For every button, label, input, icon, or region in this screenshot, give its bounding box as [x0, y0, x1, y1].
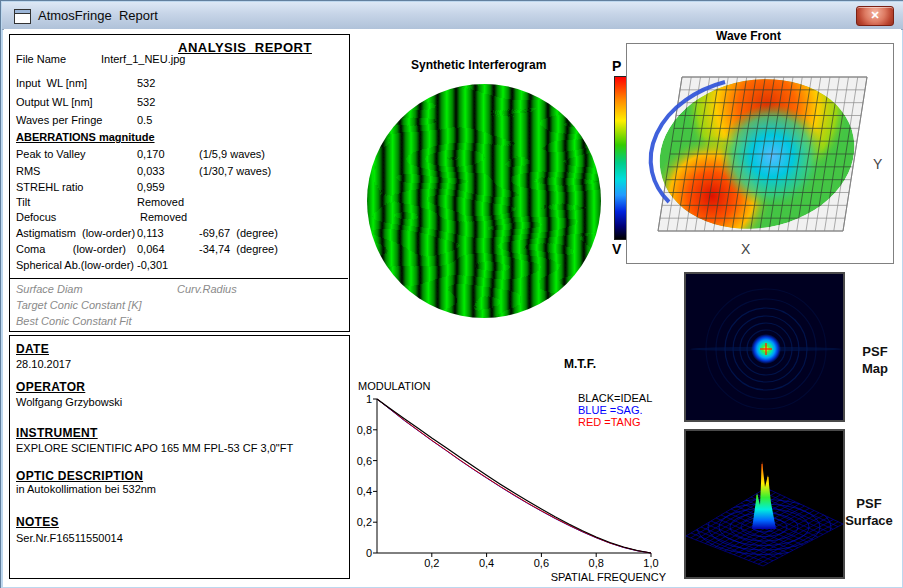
legend-tang: RED =TANG [578, 416, 640, 428]
psf-surface-label-line2: Surface [836, 512, 902, 529]
y-tick: 0,8 [357, 424, 372, 436]
row-label: Tilt [16, 196, 30, 208]
aberration-row: RMS 0,033 (1/30,7 waves) [10, 165, 349, 180]
aberration-row: Astigmatism (low-order) 0,113 -69,67 (de… [10, 227, 349, 242]
conic-best-fit: Best Conic Constant Fit [16, 315, 132, 327]
aberration-row: Defocus Removed [10, 211, 349, 226]
mtf-chart: M.T.F. MODULATION 1 0,8 0,6 0,4 0,2 0 0,… [356, 351, 678, 587]
psf-map-image [686, 274, 843, 420]
psf-map-label-line1: PSF [850, 343, 900, 360]
aberrations-heading: ABERRATIONS magnitude [16, 131, 155, 143]
wavefront-title: Wave Front [716, 29, 781, 43]
optic-description-heading: OPTIC DESCRIPTION [16, 469, 143, 483]
report-row: Waves per Fringe 0.5 [10, 114, 349, 129]
conic-target-constant: Target Conic Constant [K] [16, 299, 142, 311]
mtf-x-tick-labels: 0,2 0,4 0,6 0,8 1,0 [424, 557, 658, 569]
instrument-heading: INSTRUMENT [16, 426, 98, 440]
optic-description-value: in Autokollimation bei 532nm [16, 483, 156, 495]
psf-surface-label: PSF Surface [836, 495, 902, 529]
row-value: Removed [137, 196, 184, 208]
panel-divider [9, 278, 348, 279]
app-window: AtmosFringe Report ✕ ANALYSIS REPORT Fil… [0, 0, 903, 588]
colorbar-valley-label: V [612, 241, 621, 257]
y-tick: 0,4 [357, 485, 372, 497]
aberration-row: Spherical Ab.(low-order) -0,301 [10, 259, 349, 274]
row-extra: (1/5,9 waves) [199, 148, 265, 160]
report-row: File Name Interf_1_NEU.jpg [10, 53, 349, 68]
wavefront-surface-plot: X Y [627, 44, 891, 261]
row-label: Waves per Fringe [16, 114, 102, 126]
row-value: -0,301 [137, 259, 168, 271]
report-row: Input WL [nm] 532 [10, 77, 349, 92]
psf-map-label-line2: Map [850, 360, 900, 377]
close-icon: ✕ [870, 9, 879, 21]
row-value: 0,959 [137, 181, 165, 193]
row-label: Astigmatism (low-order) [16, 227, 135, 239]
row-extra: -69,67 (degree) [199, 227, 278, 239]
wavefront-x-axis-label: X [741, 241, 751, 257]
mtf-y-axis-label: MODULATION [358, 380, 431, 392]
row-extra: -34,74 (degree) [199, 243, 278, 255]
notes-value: Ser.Nr.F16511550014 [16, 532, 123, 544]
row-value: 532 [137, 77, 155, 89]
report-canvas: ANALYSIS REPORT File Name Interf_1_NEU.j… [4, 29, 901, 586]
window-icon-bar [15, 10, 30, 14]
row-label: STREHL ratio [16, 181, 83, 193]
wavefront-plot-frame: X Y [626, 43, 894, 264]
x-tick: 0,2 [424, 557, 439, 569]
x-tick: 0,6 [534, 557, 549, 569]
window-icon [14, 9, 31, 24]
colorbar-peak-label: P [612, 58, 621, 74]
conic-surface-diam: Surface Diam [16, 283, 83, 295]
aberration-row: Coma (low-order) 0,064 -34,74 (degree) [10, 243, 349, 258]
row-value: 0,033 [137, 165, 165, 177]
row-label: File Name [16, 53, 66, 65]
row-label: Spherical Ab.(low-order) [16, 259, 134, 271]
y-tick: 0,6 [357, 455, 372, 467]
psf-surface-frame [684, 429, 845, 579]
row-value: 532 [137, 96, 155, 108]
aberration-row: STREHL ratio 0,959 [10, 181, 349, 196]
y-tick: 0 [366, 547, 372, 559]
y-tick: 1 [366, 393, 372, 405]
x-tick: 0,8 [589, 557, 604, 569]
notes-heading: NOTES [16, 515, 59, 529]
row-value: Removed [137, 211, 187, 223]
interferogram-title: Synthetic Interferogram [411, 58, 546, 72]
window-title: AtmosFringe Report [38, 8, 158, 23]
y-tick: 0,2 [357, 516, 372, 528]
row-extra: (1/30,7 waves) [199, 165, 271, 177]
row-label: Input WL [nm] [16, 77, 87, 89]
aberration-row: Tilt Removed [10, 196, 349, 211]
close-button[interactable]: ✕ [856, 6, 894, 26]
row-value: Interf_1_NEU.jpg [101, 53, 185, 65]
operator-heading: OPERATOR [16, 380, 85, 394]
conic-curv-radius: Curv.Radius [177, 283, 237, 295]
row-value: 0,170 [137, 148, 165, 160]
row-label: Defocus [16, 211, 56, 223]
psf-map-label: PSF Map [850, 343, 900, 377]
row-value: 0.5 [137, 114, 152, 126]
row-label: Coma (low-order) [16, 243, 126, 255]
title-bar[interactable]: AtmosFringe Report ✕ [2, 2, 903, 30]
date-heading: DATE [16, 342, 49, 356]
mtf-title: M.T.F. [564, 357, 596, 371]
mtf-x-axis-label: SPATIAL FREQUENCY [551, 571, 667, 583]
psf-surface-label-line1: PSF [836, 495, 902, 512]
info-panel: DATE 28.10.2017 OPERATOR Wolfgang Grzybo… [9, 335, 350, 579]
psf-surface-image [686, 431, 843, 577]
psf-map-frame [684, 272, 845, 422]
row-label: Peak to Valley [16, 148, 86, 160]
mtf-legend: BLACK=IDEAL BLUE =SAG. RED =TANG [578, 392, 652, 428]
report-row: Output WL [nm] 532 [10, 96, 349, 111]
row-value: 0,064 [137, 243, 165, 255]
wavefront-y-axis-label: Y [873, 156, 883, 172]
operator-value: Wolfgang Grzybowski [16, 396, 122, 408]
mtf-y-tick-labels: 1 0,8 0,6 0,4 0,2 0 [357, 393, 372, 559]
x-tick: 0,4 [479, 557, 494, 569]
row-label: RMS [16, 165, 40, 177]
analysis-report-panel: ANALYSIS REPORT File Name Interf_1_NEU.j… [9, 34, 350, 332]
interferogram-image [364, 81, 604, 321]
legend-sag: BLUE =SAG. [578, 404, 643, 416]
aberrations-heading-row: ABERRATIONS magnitude [10, 131, 349, 146]
